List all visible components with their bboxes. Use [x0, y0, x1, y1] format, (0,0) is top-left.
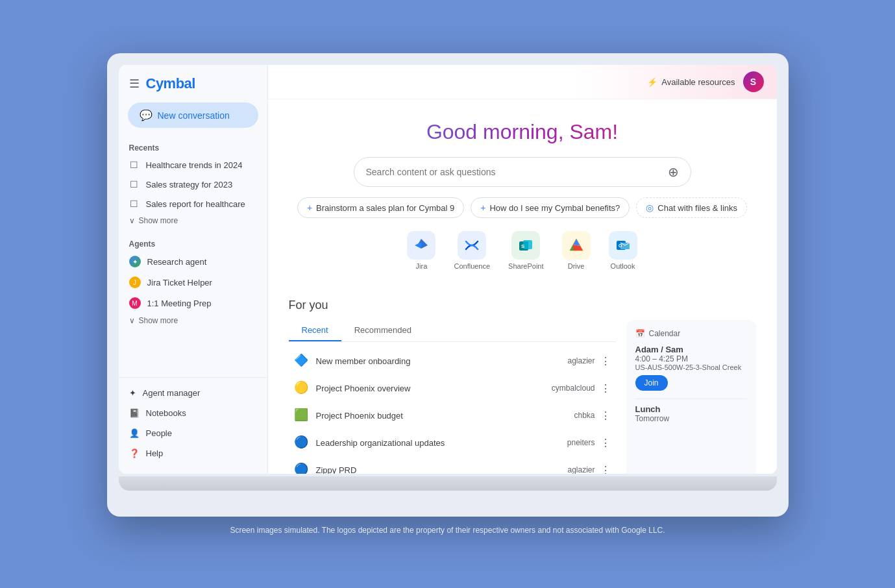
recent-item-label-1: Healthcare trends in 2024 — [146, 160, 243, 170]
doc-icon-2: ☐ — [129, 179, 140, 190]
available-resources[interactable]: ⚡ Available resources — [647, 77, 735, 87]
recents-section-title: Recents — [119, 138, 267, 155]
new-conversation-button[interactable]: 💬 New conversation — [128, 103, 258, 128]
quick-chip-benefits[interactable]: + How do I see my Cymbal benefits? — [471, 197, 630, 218]
agent-meeting-label: 1:1 Meeting Prep — [147, 299, 212, 308]
menu-icon[interactable]: ☰ — [129, 77, 140, 91]
file-icon-5: 🔵 — [294, 462, 310, 474]
file-user-2: cymbalcloud — [552, 384, 595, 393]
chip-icon-3: ◎ — [646, 202, 654, 213]
agents-show-more[interactable]: ∨ Show more — [119, 313, 267, 328]
quick-actions: + Brainstorm a sales plan for Cymbal 9 +… — [281, 197, 764, 218]
search-bar: ⊕ — [354, 157, 691, 187]
table-row[interactable]: 🔵 Leadership organizational updates pnei… — [289, 429, 616, 456]
join-button[interactable]: Join — [635, 375, 668, 391]
file-menu-3[interactable]: ⋮ — [600, 410, 611, 422]
sidebar-item-recent-2[interactable]: ☐ Sales strategy for 2023 — [119, 175, 267, 194]
file-user-4: pneiters — [567, 438, 595, 447]
recent-files-panel: Recent Recommended 🔷 New member onboardi… — [289, 320, 616, 474]
calendar-icon: 📅 — [635, 329, 645, 338]
chevron-down-icon-agents: ∨ — [129, 316, 135, 325]
recent-item-label-2: Sales strategy for 2023 — [146, 180, 233, 190]
file-menu-2[interactable]: ⋮ — [600, 382, 611, 395]
calendar-header: 📅 Calendar — [635, 329, 747, 338]
file-name-4: Leadership organizational updates — [316, 438, 567, 448]
sidebar-header: ☰ Cymbal — [119, 75, 267, 103]
jira-label: Jira — [416, 262, 428, 270]
file-user-5: aglazier — [567, 465, 595, 474]
tab-recent[interactable]: Recent — [289, 320, 341, 341]
outlook-label: Outlook — [611, 262, 635, 270]
sidebar-item-recent-1[interactable]: ☐ Healthcare trends in 2024 — [119, 155, 267, 175]
calendar-event-2: Lunch Tomorrow — [635, 404, 747, 423]
chip-label-1: Brainstorm a sales plan for Cymbal 9 — [316, 203, 454, 213]
chevron-down-icon: ∨ — [129, 216, 135, 225]
notebooks-icon: 📓 — [129, 408, 140, 418]
sharepoint-label: SharePoint — [508, 262, 543, 270]
confluence-label: Confluence — [454, 262, 490, 270]
quick-chip-brainstorm[interactable]: + Brainstorm a sales plan for Cymbal 9 — [297, 197, 464, 218]
for-you-tabs: Recent Recommended — [289, 320, 616, 342]
file-icon-3: 🟩 — [294, 408, 310, 423]
file-user-1: aglazier — [567, 356, 595, 365]
table-row[interactable]: 🟩 Project Phoenix budget chbka ⋮ — [289, 402, 616, 429]
for-you-section: For you Recent Recommended 🔷 New member … — [268, 299, 777, 474]
file-user-3: chbka — [574, 411, 595, 420]
new-conversation-label: New conversation — [158, 110, 230, 121]
help-label: Help — [146, 448, 164, 458]
sidebar-item-agent-meeting[interactable]: M 1:1 Meeting Prep — [119, 293, 267, 313]
notebooks-label: Notebooks — [146, 408, 186, 418]
file-icon-2: 🟡 — [294, 380, 310, 396]
calendar-title: Calendar — [649, 329, 681, 338]
table-row[interactable]: 🔷 New member onboarding aglazier ⋮ — [289, 347, 616, 374]
agents-show-more-label: Show more — [139, 316, 178, 325]
table-row[interactable]: 🔵 Zippy PRD aglazier ⋮ — [289, 456, 616, 474]
recents-show-more[interactable]: ∨ Show more — [119, 214, 267, 228]
sidebar-item-help[interactable]: ❓ Help — [119, 443, 267, 463]
for-you-header: For you — [289, 299, 756, 312]
chip-icon-2: + — [480, 202, 485, 213]
file-icon-1: 🔷 — [294, 353, 310, 369]
quick-chip-files[interactable]: ◎ Chat with files & links — [636, 197, 747, 218]
sidebar-bottom: ✦ Agent manager 📓 Notebooks 👤 People ❓ H… — [119, 377, 267, 463]
calendar-panel: 📅 Calendar Adam / Sam 4:00 – 4:25 PM US-… — [626, 320, 756, 474]
drive-label: Drive — [568, 262, 585, 270]
search-input[interactable] — [366, 167, 668, 177]
file-menu-5[interactable]: ⋮ — [600, 464, 611, 474]
cal-event-time-2: Tomorrow — [635, 414, 747, 423]
app-icon-confluence[interactable]: Confluence — [454, 231, 490, 270]
app-icons-row: Jira Confluence — [281, 231, 764, 270]
for-you-layout: Recent Recommended 🔷 New member onboardi… — [289, 320, 756, 474]
chip-label-3: Chat with files & links — [657, 203, 737, 213]
sidebar-item-people[interactable]: 👤 People — [119, 423, 267, 443]
app-icon-drive[interactable]: Drive — [562, 231, 591, 270]
table-row[interactable]: 🟡 Project Phoenix overview cymbalcloud ⋮ — [289, 374, 616, 402]
show-more-label: Show more — [139, 216, 178, 225]
hero: Good morning, Sam! ⊕ + Brainstorm a sale… — [268, 99, 777, 299]
main-content: ⚡ Available resources S Good morning, Sa… — [268, 65, 777, 474]
help-icon: ❓ — [129, 448, 140, 458]
sidebar-item-notebooks[interactable]: 📓 Notebooks — [119, 403, 267, 423]
disclaimer: Screen images simulated. The logos depic… — [230, 526, 665, 535]
svg-text:S: S — [521, 243, 525, 249]
sidebar: ☰ Cymbal 💬 New conversation Recents ☐ He… — [119, 65, 268, 474]
jira-agent-icon: J — [129, 276, 141, 288]
people-icon: 👤 — [129, 428, 140, 438]
doc-icon-1: ☐ — [129, 160, 140, 170]
sidebar-item-recent-3[interactable]: ☐ Sales report for healthcare — [119, 194, 267, 214]
file-menu-4[interactable]: ⋮ — [600, 437, 611, 449]
file-icon-4: 🔵 — [294, 435, 310, 450]
agent-manager-icon: ✦ — [129, 388, 136, 398]
sidebar-item-agent-research[interactable]: ✦ Research agent — [119, 251, 267, 272]
file-menu-1[interactable]: ⋮ — [600, 355, 611, 367]
file-name-2: Project Phoenix overview — [316, 384, 552, 393]
top-bar: ⚡ Available resources S — [268, 65, 777, 99]
search-add-icon[interactable]: ⊕ — [668, 164, 679, 180]
avatar[interactable]: S — [743, 71, 764, 92]
app-icon-sharepoint[interactable]: S SharePoint — [508, 231, 543, 270]
tab-recommended[interactable]: Recommended — [341, 320, 424, 341]
sidebar-item-agent-manager[interactable]: ✦ Agent manager — [119, 383, 267, 403]
app-icon-outlook[interactable]: O Outlook — [609, 231, 637, 270]
app-icon-jira[interactable]: Jira — [407, 231, 435, 270]
sidebar-item-agent-jira[interactable]: J Jira Ticket Helper — [119, 272, 267, 293]
